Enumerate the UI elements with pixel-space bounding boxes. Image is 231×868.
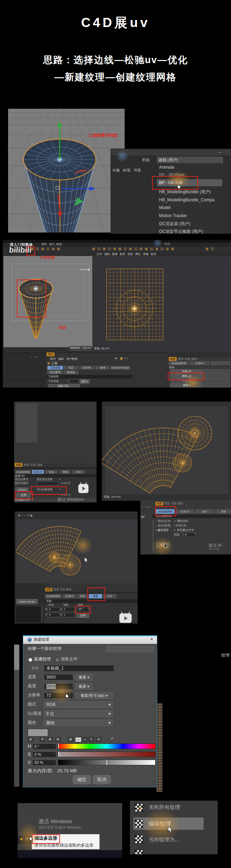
pin-border-label[interactable]: 固定边界点 xyxy=(15,478,28,481)
tab-brush[interactable]: 笔刷 xyxy=(185,357,190,361)
tab-texture[interactable]: 贴图 xyxy=(156,502,163,505)
menu-item-model[interactable]: Model xyxy=(159,206,171,210)
height-spinner[interactable]: ‹› xyxy=(72,684,74,687)
toolbar-icon[interactable]: ◳ xyxy=(149,247,154,251)
tab-brush[interactable]: 笔刷 xyxy=(31,463,36,466)
uv-editor[interactable]: 文件 编辑 图像 图层 选择 网孔 查看 纹理 缩放: 86.2% xyxy=(92,252,231,352)
scale-y-field[interactable]: 1 xyxy=(62,613,75,617)
toolbar-icon[interactable]: ◳ xyxy=(210,247,214,251)
tab-keyframe[interactable]: 帧插值 xyxy=(64,370,78,374)
subtab-transform[interactable]: 变换 xyxy=(60,470,71,474)
toolbar-icons[interactable]: ◀⌕♁⊙▣ xyxy=(18,514,34,517)
attr-menu-userdata[interactable]: 用户数据 xyxy=(66,357,78,361)
toolbar-left[interactable]: ▦◳▣◱▤▦ xyxy=(30,247,62,252)
toolbar-icon[interactable]: ▤ xyxy=(165,247,170,251)
toolbar-icon[interactable]: ◱ xyxy=(133,247,138,251)
name-field[interactable]: 未标题_1 xyxy=(44,665,114,672)
sliders-icon[interactable]: ≋ xyxy=(88,737,94,742)
uv-menu-texture[interactable]: 纹理 xyxy=(151,253,156,256)
radio-opt-angle[interactable]: ◦ 优化(角度) xyxy=(156,524,171,527)
radio-new-label[interactable]: 新建纹理 xyxy=(34,657,51,662)
subtab-project[interactable]: 投射 xyxy=(45,470,58,474)
hue-slider[interactable] xyxy=(58,743,156,749)
apply-button[interactable]: 应用 xyxy=(16,493,31,498)
mixer-icon[interactable]: ▦ xyxy=(68,737,73,742)
viewport-3d[interactable]: ✥⟲⊕▣ 全选 xyxy=(4,256,92,347)
cancel-button[interactable]: 取消 xyxy=(93,775,111,784)
toolbar-icon[interactable]: ▦ xyxy=(205,247,209,251)
tab-info[interactable]: 信息 xyxy=(64,366,78,370)
radio-existing-label[interactable]: 现有文件 xyxy=(61,657,78,662)
scale-x-field[interactable]: 1 xyxy=(62,607,75,612)
check-pin-sel[interactable]: ✓ xyxy=(59,478,61,481)
menu-window[interactable]: 窗口 xyxy=(49,243,55,246)
check-keep-dir[interactable]: ✓ 保持方向 xyxy=(174,519,188,523)
toolbar-icon[interactable]: ◱ xyxy=(107,247,112,251)
saturation-slider[interactable] xyxy=(58,752,156,757)
brush-tool-icon[interactable]: ✎ xyxy=(25,837,28,841)
image-icon[interactable]: ▨ xyxy=(55,737,61,742)
height-field[interactable]: 3000 xyxy=(44,683,73,689)
octane-render-button[interactable]: Octane Render xyxy=(16,599,38,604)
move-x-field[interactable]: 0 xyxy=(48,607,60,612)
tab-bookmark[interactable]: 书签 xyxy=(133,168,141,173)
gap-field[interactable]: 2 % xyxy=(181,533,195,537)
pin-neighbor-label[interactable]: 固定到相邻 xyxy=(15,482,28,485)
dpi-field[interactable]: 72 xyxy=(44,692,73,699)
pin-sel-label[interactable]: 固定顶点选集 xyxy=(37,478,53,481)
tab-object[interactable]: 对象 xyxy=(112,168,120,173)
apply-button[interactable]: 应用 xyxy=(77,613,89,618)
toolbar-icon[interactable]: ▤ xyxy=(51,247,55,251)
tab-attributes[interactable]: 属性 xyxy=(47,352,54,356)
list-scrollbar[interactable] xyxy=(41,606,43,622)
project-scale-field[interactable]: 1 xyxy=(67,379,79,383)
toolbar-icon[interactable]: ▦ xyxy=(144,247,148,251)
apply-button[interactable]: 应用 xyxy=(156,542,170,547)
check-compensate[interactable]: ✓ 补偿孤立尺寸 xyxy=(174,529,194,532)
toolbar-icon[interactable]: ◳ xyxy=(123,247,127,251)
menu-item-oc-renderer[interactable]: OC渲染器 (用户) xyxy=(159,222,190,227)
width-field[interactable]: 3000 xyxy=(44,674,73,680)
lscm-dropdown[interactable]: LSCM ▾ xyxy=(15,487,29,492)
subtab-transform[interactable]: 变换 xyxy=(215,509,231,514)
menu-help[interactable]: 帮助 xyxy=(56,243,62,246)
scrollbar[interactable] xyxy=(152,519,154,554)
rotate-spinner[interactable]: ‹› xyxy=(88,607,90,610)
minimize-icon[interactable]: — xyxy=(218,150,222,154)
menu-item-bp3dpaint[interactable]: BP - 3D Paint xyxy=(159,173,184,178)
viewport-controls[interactable]: ✥⟲⊕▣ xyxy=(80,268,90,271)
width-spinner[interactable]: ‹› xyxy=(72,675,74,678)
uv-menu-file[interactable]: 文件 xyxy=(97,253,102,256)
tab-dynamics[interactable]: 动力学 xyxy=(79,366,95,370)
toolbar-icon[interactable]: ◳ xyxy=(35,247,40,251)
toolbar-right[interactable]: ▦◳▣◱▤▦◳▣◱▤▦◳▣◱▤▦ xyxy=(91,247,176,252)
attr-menu-edit[interactable]: 编辑 xyxy=(58,357,64,361)
dpi-unit[interactable]: 像素/英寸(dpi) ▾ xyxy=(75,692,113,699)
color-swatch[interactable] xyxy=(28,729,48,736)
menu-script[interactable]: 脚本 xyxy=(41,243,47,246)
subtab-cut[interactable] xyxy=(211,361,230,365)
restore-uv-button[interactable]: 恢复 UV xyxy=(170,379,203,383)
h-spinner[interactable]: ‹› xyxy=(55,744,57,747)
menu-save-texture[interactable]: 保存纹理 xyxy=(148,821,171,827)
move-y-field[interactable]: 0 xyxy=(48,613,60,617)
subtab-relax-uv[interactable]: 松弛UV xyxy=(63,594,76,598)
k-icon[interactable]: K xyxy=(82,737,87,742)
tab-todo[interactable]: 待办事项 xyxy=(47,370,63,374)
toolbar-far-right[interactable]: ▦◳ xyxy=(205,247,219,252)
hsv-icon[interactable]: HSV xyxy=(75,737,81,742)
color-select[interactable]: 颜色▾ xyxy=(44,720,113,726)
uv-menu-image[interactable]: 图像 xyxy=(112,253,118,256)
depth-select[interactable]: 8 位▾ xyxy=(44,711,113,717)
subtab-optimal-mapping[interactable]: 优化贴图映射 xyxy=(169,361,189,365)
toolbar-icon[interactable]: ▤ xyxy=(139,247,143,251)
attr-right-icons[interactable]: ◀⌕🔒⊙≡ xyxy=(114,357,129,360)
check-cut-sel[interactable]: ✓ xyxy=(59,488,61,491)
swatch-icon[interactable]: ▥ xyxy=(28,737,33,742)
close-icon[interactable]: × xyxy=(150,636,153,642)
hue-marker[interactable] xyxy=(58,743,59,748)
tab-color[interactable]: 颜色 xyxy=(37,463,43,466)
fill-tool-icon[interactable]: ◆ xyxy=(20,837,23,841)
width-unit[interactable]: 像素 ▾ xyxy=(75,674,92,680)
toolbar-icon[interactable]: ▣ xyxy=(40,247,45,251)
